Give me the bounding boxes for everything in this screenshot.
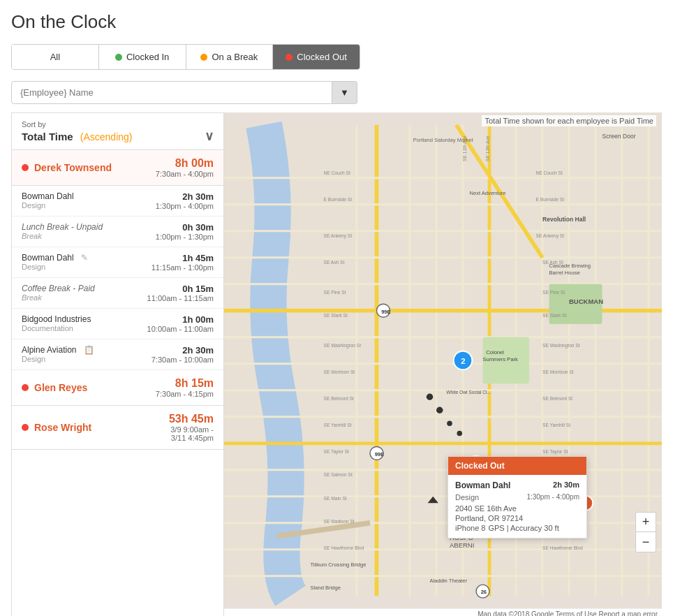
svg-point-90 <box>436 407 443 414</box>
tab-clocked-in[interactable]: Clocked In <box>99 45 186 69</box>
employee-row-glen[interactable]: Glen Reyes 8h 15m 7:30am - 4:15pm <box>12 370 223 406</box>
svg-text:SE Stark St: SE Stark St <box>542 313 566 318</box>
entry-sub: Design <box>22 263 151 271</box>
employee-filter: ▼ <box>11 81 662 104</box>
svg-text:Colonel: Colonel <box>486 349 504 355</box>
popup-address-2: Portland, OR 97214 <box>455 514 579 522</box>
svg-text:99E: 99E <box>381 309 391 315</box>
derek-time-range: 7:30am - 4:00pm <box>156 170 214 178</box>
svg-text:SE Hawthorne Blvd: SE Hawthorne Blvd <box>542 545 583 550</box>
svg-text:SE Yamhill St: SE Yamhill St <box>324 423 352 427</box>
map-popup: Clocked Out Bowman Dahl 2h 30m Design 1:… <box>448 456 587 538</box>
clocked-out-dot <box>286 54 293 61</box>
svg-text:SE Taylor St: SE Taylor St <box>324 449 350 455</box>
svg-text:SE Ankeny St: SE Ankeny St <box>324 233 353 239</box>
svg-text:BUCKMAN: BUCKMAN <box>569 298 603 305</box>
entry-time: 11:00am - 11:15am <box>147 294 214 302</box>
glen-time-range: 7:30am - 4:15pm <box>156 390 214 398</box>
svg-text:SE Stark St: SE Stark St <box>324 313 348 318</box>
tab-clocked-out[interactable]: Clocked Out <box>273 45 360 69</box>
sort-field: Total Time (Ascending) <box>22 131 133 142</box>
entry-duration: 0h 30m <box>156 222 214 233</box>
employee-list-panel: Sort by Total Time (Ascending) ∨ Derek T… <box>11 112 224 616</box>
svg-text:SE Pine St: SE Pine St <box>324 290 346 295</box>
svg-text:Revolution Hall: Revolution Hall <box>542 216 586 223</box>
entry-bidgood: Bidgood Industries Documentation 1h 00m … <box>12 309 223 339</box>
on-a-break-dot <box>200 54 207 61</box>
entry-bowman-dahl-2: Bowman Dahl ✎ Design 1h 45m 11:15am - 1:… <box>12 247 223 278</box>
tab-clocked-out-label: Clocked Out <box>297 52 347 62</box>
popup-employee-name: Bowman Dahl <box>455 481 510 490</box>
entry-duration: 1h 45m <box>151 253 214 263</box>
rose-total-time: 53h 45m <box>169 413 214 425</box>
svg-text:SE Belmont St: SE Belmont St <box>542 396 572 401</box>
entry-name: Coffee Break - Paid <box>22 284 147 293</box>
sort-chevron-icon: ∨ <box>205 129 214 144</box>
tab-all[interactable]: All <box>12 45 99 69</box>
svg-text:SE Madison St: SE Madison St <box>324 519 355 524</box>
svg-text:26: 26 <box>481 589 487 595</box>
map-container[interactable]: Portland Saturday Market Next Adventure … <box>224 112 662 608</box>
rose-name: Rose Wright <box>22 422 91 433</box>
employee-filter-dropdown-arrow[interactable]: ▼ <box>332 81 357 104</box>
svg-text:SE Washington St: SE Washington St <box>324 343 362 349</box>
entry-time: 1:30pm - 4:00pm <box>156 202 214 210</box>
popup-sub-row: Design 1:30pm - 4:00pm <box>455 493 579 501</box>
svg-text:Next Adventure: Next Adventure <box>470 190 506 196</box>
tab-on-a-break-label: On a Break <box>212 52 258 62</box>
edit-icon: ✎ <box>81 253 88 263</box>
svg-text:Barrel House: Barrel House <box>549 270 580 276</box>
svg-text:SE Main St: SE Main St <box>324 496 347 501</box>
entry-name: Alpine Aviation 📋 <box>22 345 151 355</box>
popup-device: iPhone 8 GPS | Accuracy 30 ft <box>455 524 579 532</box>
svg-text:Summers Park: Summers Park <box>483 356 518 362</box>
glen-status-dot <box>22 384 29 391</box>
svg-text:SE Taylor St: SE Taylor St <box>542 449 568 455</box>
derek-status-dot <box>22 164 29 171</box>
rose-status-dot <box>22 424 29 431</box>
derek-time: 8h 00m 7:30am - 4:00pm <box>156 157 214 178</box>
svg-text:E Burnside St: E Burnside St <box>536 197 565 202</box>
zoom-in-button[interactable]: + <box>636 513 656 532</box>
map-footer: Map data ©2018 Google Terms of Use Repor… <box>224 608 662 616</box>
entry-sub: Documentation <box>22 324 147 332</box>
popup-address-1: 2040 SE 16th Ave <box>455 504 579 513</box>
tab-all-label: All <box>50 52 60 62</box>
zoom-out-button[interactable]: − <box>636 532 656 552</box>
entry-sub: Design <box>22 355 151 363</box>
svg-text:Screen Door: Screen Door <box>602 133 636 140</box>
svg-text:SE Ankeny St: SE Ankeny St <box>536 233 565 239</box>
popup-duration: 2h 30m <box>553 481 579 490</box>
page-title: On the Clock <box>11 11 662 33</box>
document-icon: 📋 <box>84 345 94 355</box>
popup-time: 1:30pm - 4:00pm <box>526 493 579 501</box>
svg-text:SE Pine St: SE Pine St <box>542 290 565 295</box>
derek-total-time: 8h 00m <box>156 157 214 170</box>
glen-time: 8h 15m 7:30am - 4:15pm <box>156 377 214 398</box>
entry-time: 10:00am - 11:00am <box>147 325 214 333</box>
tab-on-a-break[interactable]: On a Break <box>186 45 274 69</box>
svg-text:Aladdin Theater: Aladdin Theater <box>430 578 468 584</box>
entry-sub: Break <box>22 293 147 302</box>
sort-header[interactable]: Sort by Total Time (Ascending) ∨ <box>12 113 223 150</box>
entry-name: Bowman Dahl ✎ <box>22 253 151 263</box>
svg-text:SE Belmont St: SE Belmont St <box>324 396 354 401</box>
entry-time: 1:00pm - 1:30pm <box>156 233 214 241</box>
svg-text:SE Morrison St: SE Morrison St <box>542 369 574 374</box>
sort-direction: (Ascending) <box>80 131 133 142</box>
svg-text:Sland Bridge: Sland Bridge <box>311 585 341 591</box>
glen-name: Glen Reyes <box>22 382 87 393</box>
svg-text:White Owl Social Cl...: White Owl Social Cl... <box>446 390 491 395</box>
glen-total-time: 8h 15m <box>156 377 214 390</box>
svg-text:2: 2 <box>461 357 465 365</box>
entry-duration: 0h 15m <box>147 284 214 294</box>
employee-row-derek[interactable]: Derek Townsend 8h 00m 7:30am - 4:00pm <box>12 150 223 186</box>
map-note: Total Time shown for each employee is Pa… <box>482 115 656 126</box>
entry-name: Bowman Dahl <box>22 191 156 201</box>
employee-row-rose[interactable]: Rose Wright 53h 45m 3/9 9:00am - 3/11 4:… <box>12 406 223 450</box>
svg-point-92 <box>457 431 462 437</box>
svg-text:SE Hawthorne Blvd: SE Hawthorne Blvd <box>324 545 364 550</box>
entry-time: 7:30am - 10:00am <box>151 355 214 364</box>
employee-search-input[interactable] <box>11 81 332 104</box>
svg-point-89 <box>427 394 434 401</box>
